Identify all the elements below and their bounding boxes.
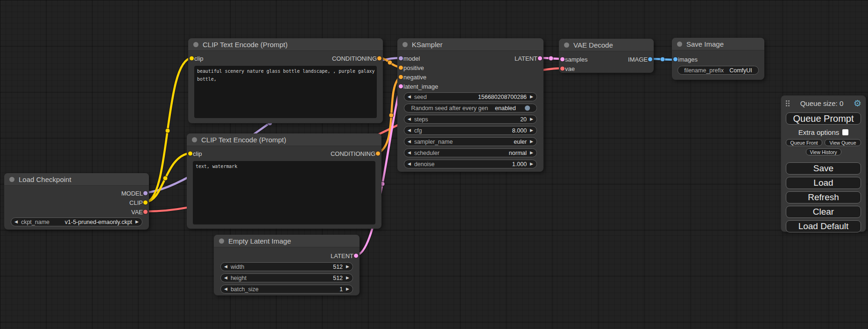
port-vae-input[interactable] xyxy=(560,66,565,71)
port-latent-output[interactable] xyxy=(353,253,359,259)
increment-arrow-icon[interactable]: ▶ xyxy=(530,162,533,166)
collapse-dot-icon[interactable] xyxy=(402,42,408,47)
node-title-bar[interactable]: Load Checkpoint xyxy=(4,173,149,186)
collapse-dot-icon[interactable] xyxy=(193,42,198,47)
widget-batch-size[interactable]: ◀ batch_size 1 ▶ xyxy=(220,285,353,294)
node-title-bar[interactable]: VAE Decode xyxy=(559,39,654,51)
port-conditioning-output[interactable] xyxy=(377,56,382,61)
collapse-dot-icon[interactable] xyxy=(9,177,14,182)
output-slot-model: MODEL xyxy=(4,189,149,198)
increment-arrow-icon[interactable]: ▶ xyxy=(530,95,533,99)
collapse-dot-icon[interactable] xyxy=(677,42,682,47)
wire-clip-to-negative-prompt xyxy=(146,153,191,202)
decrement-arrow-icon[interactable]: ◀ xyxy=(14,220,18,224)
port-negative-input[interactable] xyxy=(398,75,403,80)
view-queue-button[interactable]: View Queue xyxy=(825,139,861,146)
load-default-button[interactable]: Load Default xyxy=(786,220,861,232)
link-midpoint-dot xyxy=(163,176,168,181)
node-title-bar[interactable]: KSampler xyxy=(397,38,543,51)
clear-button[interactable]: Clear xyxy=(786,206,861,218)
increment-arrow-icon[interactable]: ▶ xyxy=(530,128,533,133)
decrement-arrow-icon[interactable]: ◀ xyxy=(408,151,411,155)
port-vae-output[interactable] xyxy=(143,210,148,215)
port-images-input[interactable] xyxy=(673,57,678,62)
node-vae-decode[interactable]: VAE Decode samples IMAGE vae xyxy=(559,39,654,73)
drag-handle-icon[interactable] xyxy=(785,100,790,107)
slot-row: latent_image xyxy=(397,82,543,91)
widget-scheduler[interactable]: ◀ scheduler normal ▶ xyxy=(404,148,537,157)
extra-options-checkbox[interactable] xyxy=(842,129,848,135)
widget-cfg[interactable]: ◀ cfg 8.000 ▶ xyxy=(404,126,537,135)
decrement-arrow-icon[interactable]: ◀ xyxy=(408,162,411,166)
port-clip-output[interactable] xyxy=(143,200,148,205)
node-title: CLIP Text Encode (Prompt) xyxy=(201,136,286,144)
decrement-arrow-icon[interactable]: ◀ xyxy=(408,128,411,133)
slot-row: samples IMAGE xyxy=(559,55,654,64)
prompt-textarea[interactable]: text, watermark xyxy=(193,161,375,224)
node-clip-text-encode-positive[interactable]: CLIP Text Encode (Prompt) clip CONDITION… xyxy=(188,38,383,123)
port-positive-input[interactable] xyxy=(398,65,403,70)
node-title-bar[interactable]: Save Image xyxy=(672,38,764,50)
port-model-input[interactable] xyxy=(398,56,403,61)
increment-arrow-icon[interactable]: ▶ xyxy=(346,276,349,280)
extra-options-label: Extra options xyxy=(798,128,840,136)
node-empty-latent-image[interactable]: Empty Latent Image LATENT ◀ width 512 ▶ … xyxy=(214,235,360,295)
collapse-dot-icon[interactable] xyxy=(219,238,224,244)
port-samples-input[interactable] xyxy=(560,57,565,62)
decrement-arrow-icon[interactable]: ◀ xyxy=(224,287,227,291)
decrement-arrow-icon[interactable]: ◀ xyxy=(408,140,411,144)
decrement-arrow-icon[interactable]: ◀ xyxy=(224,265,227,269)
widget-ckpt-name[interactable]: ◀ ckpt_name v1-5-pruned-emaonly.ckpt ▶ xyxy=(11,217,142,226)
node-title-bar[interactable]: Empty Latent Image xyxy=(214,235,360,247)
node-title-bar[interactable]: CLIP Text Encode (Prompt) xyxy=(188,38,383,51)
port-image-output[interactable] xyxy=(648,57,653,62)
widget-random-seed-toggle[interactable]: Random seed after every gen enabled xyxy=(404,104,537,112)
view-history-button[interactable]: View History xyxy=(806,148,841,155)
widget-seed[interactable]: ◀ seed 156680208700286 ▶ xyxy=(404,92,537,101)
port-clip-input[interactable] xyxy=(189,56,194,61)
port-conditioning-output[interactable] xyxy=(375,151,381,156)
widget-width[interactable]: ◀ width 512 ▶ xyxy=(220,262,353,271)
prompt-textarea[interactable]: beautiful scenery nature glass bottle la… xyxy=(194,66,377,118)
collapse-dot-icon[interactable] xyxy=(192,137,197,142)
decrement-arrow-icon[interactable]: ◀ xyxy=(408,117,411,121)
link-midpoint-dot xyxy=(389,113,394,118)
port-clip-input[interactable] xyxy=(188,151,193,156)
port-latent-image-input[interactable] xyxy=(398,84,403,89)
increment-arrow-icon[interactable]: ▶ xyxy=(135,220,139,224)
node-graph-canvas[interactable]: Load Checkpoint MODEL CLIP VAE ◀ ckpt_na… xyxy=(0,0,868,329)
widget-denoise[interactable]: ◀ denoise 1.000 ▶ xyxy=(404,160,537,168)
gear-icon[interactable]: ⚙ xyxy=(854,99,861,108)
node-save-image[interactable]: Save Image images filename_prefix ComfyU… xyxy=(672,38,764,80)
node-clip-text-encode-negative[interactable]: CLIP Text Encode (Prompt) clip CONDITION… xyxy=(187,133,381,229)
increment-arrow-icon[interactable]: ▶ xyxy=(346,265,349,269)
port-model-output[interactable] xyxy=(143,191,148,196)
link-midpoint-dot xyxy=(549,56,553,61)
increment-arrow-icon[interactable]: ▶ xyxy=(346,287,349,291)
widget-height[interactable]: ◀ height 512 ▶ xyxy=(220,273,353,282)
load-workflow-button[interactable]: Load xyxy=(786,177,861,189)
node-title: CLIP Text Encode (Prompt) xyxy=(203,41,288,49)
node-ksampler[interactable]: KSampler model LATENT positive negative … xyxy=(397,38,543,172)
toggle-enabled-dot[interactable] xyxy=(525,105,530,111)
widget-filename-prefix[interactable]: filename_prefix ComfyUI xyxy=(677,66,759,75)
queue-prompt-button[interactable]: Queue Prompt xyxy=(786,112,861,125)
refresh-button[interactable]: Refresh xyxy=(786,191,861,203)
port-latent-output[interactable] xyxy=(537,56,543,61)
slot-row: vae xyxy=(559,64,654,73)
increment-arrow-icon[interactable]: ▶ xyxy=(530,151,533,155)
increment-arrow-icon[interactable]: ▶ xyxy=(530,140,533,144)
decrement-arrow-icon[interactable]: ◀ xyxy=(408,95,411,99)
increment-arrow-icon[interactable]: ▶ xyxy=(530,117,533,121)
slot-row: negative xyxy=(397,72,543,82)
widget-sampler-name[interactable]: ◀ sampler_name euler ▶ xyxy=(404,137,537,146)
widget-steps[interactable]: ◀ steps 20 ▶ xyxy=(404,115,537,124)
collapse-dot-icon[interactable] xyxy=(564,42,569,48)
save-workflow-button[interactable]: Save xyxy=(786,162,861,175)
node-title-bar[interactable]: CLIP Text Encode (Prompt) xyxy=(187,133,381,146)
slot-row: model LATENT xyxy=(397,54,543,63)
decrement-arrow-icon[interactable]: ◀ xyxy=(224,276,227,280)
node-load-checkpoint[interactable]: Load Checkpoint MODEL CLIP VAE ◀ ckpt_na… xyxy=(4,173,149,230)
queue-front-button[interactable]: Queue Front xyxy=(786,139,822,146)
node-title: VAE Decode xyxy=(573,41,613,49)
